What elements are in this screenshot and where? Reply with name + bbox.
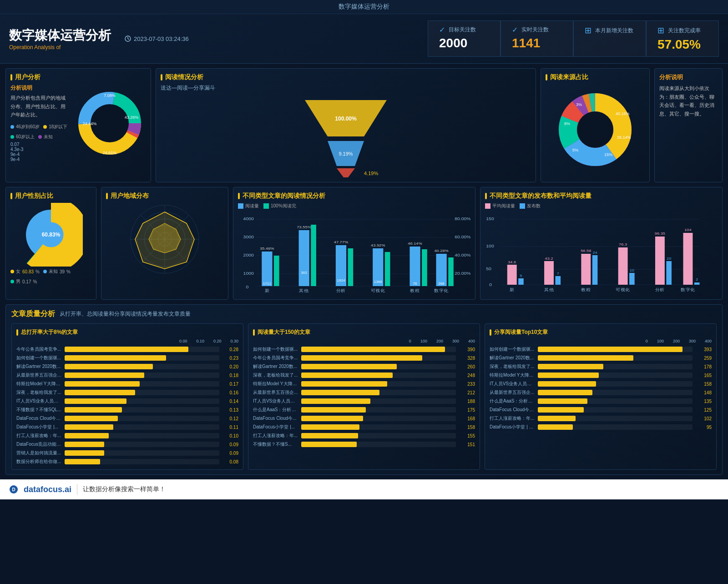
kpi-new-label: ⊞ 本月新增关注数	[585, 25, 633, 35]
bar-track	[301, 407, 456, 413]
bar-item: 解读Gartner 2020数... 259	[490, 355, 712, 361]
bar-value: 212	[459, 390, 475, 395]
svg-text:50: 50	[486, 267, 491, 271]
bar-label: 如何创建一个数据驱...	[16, 355, 62, 361]
svg-text:1711: 1711	[263, 282, 271, 286]
bar-item: 深夜，老板给我发了... 248	[253, 372, 475, 378]
bar-track	[538, 364, 693, 369]
bar-value: 188	[459, 399, 475, 404]
bar-label: 不懂数据？不懂S...	[253, 441, 298, 448]
legend-unknown: 未知 39%	[43, 268, 71, 275]
bar-label: DataFocus小学堂 |...	[253, 424, 298, 430]
bar-value: 328	[459, 356, 475, 361]
bar-label: IT人员VS业务人员到...	[16, 398, 62, 404]
top-share-bars: 如何创建一个数据驱... 393 解读Gartner 2020数... 259 …	[490, 346, 712, 430]
svg-text:288: 288	[438, 282, 445, 286]
bar-value: 148	[695, 390, 712, 395]
svg-text:新: 新	[510, 287, 515, 292]
svg-text:40.16%: 40.16%	[616, 111, 630, 116]
bar-item: 什么是AaaS：分析即... 175	[253, 407, 475, 413]
bar-fill	[301, 355, 422, 361]
bar-item: 解读Gartner 2020数... 260	[253, 363, 475, 370]
top-share-axis: 0100200300400	[490, 339, 712, 343]
bar-value: 248	[459, 373, 475, 378]
bar-fill	[538, 355, 633, 361]
svg-text:3000: 3000	[243, 235, 254, 239]
bar-track	[65, 398, 219, 404]
svg-text:4.19%: 4.19%	[364, 171, 378, 176]
bar-track	[301, 416, 456, 421]
kpi-new-followers: ⊞ 本月新增关注数	[573, 20, 646, 57]
bar-fill	[65, 381, 140, 387]
row-1: 用户分析 分析说明 用户分析包含用户的地域分布、用户性别占比、用户年龄占比。 4…	[5, 68, 723, 182]
top-share-panel: 分享阅读量Top10文章 0100200300400 如何创建一个数据驱... …	[485, 323, 717, 470]
bar-value: 0.12	[222, 416, 238, 421]
svg-rect-78	[385, 252, 390, 286]
bar-label: 从最新世界五百强企...	[253, 389, 298, 396]
bar-item: 不懂数据？不懂SQL... 0.13	[16, 407, 238, 413]
bar-value: 95	[695, 425, 712, 430]
bar-track	[538, 424, 693, 430]
bar-item: IT人员VS业务人员到... 0.14	[16, 398, 238, 404]
svg-rect-111	[555, 276, 561, 285]
bar-label: 解读Gartner 2020数...	[16, 363, 62, 370]
svg-text:34.6: 34.6	[508, 260, 516, 264]
datetime-text: 2023-07-03 03:24:36	[134, 35, 189, 42]
age-donut-svg: 24.44% 7.08% 43.26% 24.61%	[73, 87, 146, 160]
bar-label: 打工人涨薪攻略：年...	[490, 415, 535, 422]
bar-item: 打工人涨薪攻略：年... 102	[490, 415, 712, 422]
bar-label: 打工人涨薪攻略：年...	[253, 433, 298, 439]
gender-panel: 用户性别占比 60.83% 女 60.83% 未知	[5, 187, 96, 300]
bar-fill	[301, 442, 357, 447]
bar-label: 如何创建一个数据驱...	[253, 346, 298, 352]
svg-text:教程: 教程	[410, 288, 420, 293]
publish-panel: 不同类型文章的发布数和平均阅读量 平均阅读量 发布数 150 100 50 0	[480, 187, 723, 300]
bar-label: 今年公务员国考竞争...	[16, 346, 62, 352]
bar-value: 393	[695, 347, 712, 352]
bar-track	[65, 416, 219, 421]
svg-text:43.26%: 43.26%	[125, 115, 139, 120]
bar-item: DataFocus Cloud今日... 0.12	[16, 415, 238, 422]
bar-item: 今年公务员国考竞争... 328	[253, 355, 475, 361]
svg-text:10: 10	[630, 268, 635, 272]
bar-fill	[301, 390, 379, 395]
bar-fill	[538, 390, 592, 395]
kpi-cards: ✓ 目标关注数 2000 ✓ 实时关注数 1141 ⊞ 本月新增关注数 ⊞	[202, 20, 719, 57]
bar-label: 特斯拉Model Y大降价...	[16, 381, 62, 387]
svg-text:0: 0	[489, 282, 492, 287]
bar-value: 151	[459, 442, 475, 447]
bar-value: 0.18	[222, 373, 238, 378]
top-share-title: 分享阅读量Top10文章	[490, 328, 712, 336]
bar-fill	[301, 381, 387, 387]
layers-icon-2: ⊞	[657, 25, 664, 35]
svg-text:60.00%: 60.00%	[455, 235, 470, 239]
page-subtitle: Operation Analysis of	[9, 44, 111, 50]
svg-rect-82	[436, 254, 447, 286]
svg-marker-17	[337, 168, 355, 177]
reading-analysis-title: 阅读情况分析	[161, 73, 531, 81]
note-title: 分析说明	[10, 84, 69, 92]
quality-desc: 从打开率、总阅读量和分享阅读情况考量发布文章质量	[60, 310, 191, 318]
svg-text:数字化: 数字化	[434, 288, 449, 293]
bar-fill	[538, 373, 599, 378]
svg-text:100: 100	[486, 244, 494, 248]
svg-text:43.2: 43.2	[545, 257, 553, 261]
bar-track	[538, 390, 693, 395]
bar-track	[65, 407, 219, 413]
bar-value: 175	[459, 408, 475, 413]
svg-text:76: 76	[413, 282, 417, 286]
bar-fill	[65, 347, 188, 352]
svg-text:5%: 5%	[572, 148, 578, 152]
gender-legend: 女 60.83% 未知 39% 男 0.17%	[10, 268, 91, 285]
bar-fill	[65, 433, 109, 438]
bar-item: 什么是AaaS：分析探... 135	[490, 398, 712, 404]
layers-icon-1: ⊞	[585, 25, 592, 35]
svg-rect-105	[507, 265, 517, 285]
open-rate-bars: 今年公务员国考竞争... 0.28 如何创建一个数据驱... 0.23 解读Ga…	[16, 346, 238, 465]
funnel-title: 送达—阅读—分享漏斗	[161, 84, 531, 92]
bar-fill	[301, 364, 397, 369]
bar-item: DataFocus小学堂 |... 158	[253, 424, 475, 430]
svg-text:0: 0	[246, 285, 248, 289]
svg-rect-67	[262, 252, 272, 286]
bar-item: 从最新世界五百强企... 148	[490, 389, 712, 396]
